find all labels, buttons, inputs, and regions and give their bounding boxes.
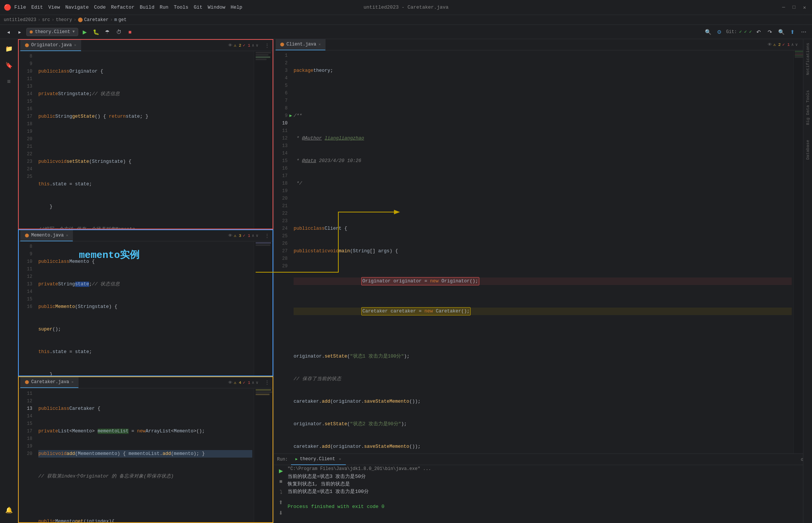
originator-minimap xyxy=(254,51,273,229)
vcs-push-btn[interactable]: ⬆ xyxy=(788,27,797,36)
stop-btn[interactable]: ■ xyxy=(126,27,135,36)
restore-layout-btn[interactable]: ⤵ xyxy=(277,488,285,496)
memento-actions: 👁 ⚠ 3 ✓ 1 ∧ ∨ xyxy=(228,233,261,238)
menu-window[interactable]: Window xyxy=(208,5,226,10)
memento-more-btn[interactable]: ⋮ xyxy=(261,233,273,239)
menu-help[interactable]: Help xyxy=(230,5,242,10)
caret-down-icon[interactable]: ∨ xyxy=(256,233,258,238)
eye-icon: 👁 xyxy=(228,380,232,385)
run-btn[interactable]: ▶ xyxy=(80,27,89,36)
caretaker-code-text[interactable]: public class Caretaker { private List<Me… xyxy=(35,388,254,522)
menu-tools[interactable]: Tools xyxy=(174,5,188,10)
run-panel: Run: ▶ theory.Client ✕ ⚙ ✕ xyxy=(274,453,812,523)
menu-view[interactable]: View xyxy=(48,5,60,10)
bookmark-icon[interactable]: 🔖 xyxy=(2,59,16,72)
run-config-selector[interactable]: theory.Client ▼ xyxy=(26,28,78,36)
run-tab-client[interactable]: ▶ theory.Client ✕ xyxy=(291,454,346,465)
run-again-btn[interactable]: ▶ xyxy=(277,467,285,475)
run-config-label: theory.Client xyxy=(35,29,70,35)
back-btn[interactable]: ◂ xyxy=(4,27,13,36)
code-line: super(); xyxy=(38,326,252,333)
originator-tab[interactable]: ⬤ Originator.java ✕ xyxy=(20,40,81,51)
memento-tab[interactable]: ⬤ Memento.java ✕ xyxy=(20,230,73,241)
profile-btn[interactable]: ⏱ xyxy=(114,27,123,36)
client-tab[interactable]: ⬤ Client.java ✕ xyxy=(276,39,326,50)
menu-edit[interactable]: Edit xyxy=(31,5,43,10)
caret-up-icon[interactable]: ∧ xyxy=(252,43,255,48)
settings-btn[interactable]: ⚙ xyxy=(715,27,724,36)
forward-btn[interactable]: ▸ xyxy=(15,27,24,36)
git-label: Git: xyxy=(726,29,737,35)
originator-close-btn[interactable]: ✕ xyxy=(74,43,76,47)
run-tab-close[interactable]: ✕ xyxy=(339,457,341,461)
minimize-btn[interactable]: ─ xyxy=(780,5,788,10)
notifications-icon[interactable]: 🔔 xyxy=(2,503,16,517)
run-with-coverage-btn[interactable]: ☂ xyxy=(103,27,112,36)
breadcrumb-caretaker[interactable]: Caretaker xyxy=(84,17,109,23)
menu-run[interactable]: Run xyxy=(160,5,168,10)
breadcrumb-src[interactable]: src xyxy=(42,17,50,23)
menu-build[interactable]: Build xyxy=(140,5,155,10)
caretaker-tab[interactable]: ⬤ Caretaker.java ✕ xyxy=(20,377,79,388)
caret-up-icon[interactable]: ∧ xyxy=(791,42,794,47)
caret-down-icon[interactable]: ∨ xyxy=(256,380,258,385)
caretaker-tab-icon: ⬤ xyxy=(25,380,29,384)
run-config-dot xyxy=(30,30,33,33)
memento-code: 8 9 10 11 12 13 14 15 16 public class Me… xyxy=(19,241,273,375)
caretaker-close-btn[interactable]: ✕ xyxy=(71,380,74,384)
client-close-btn[interactable]: ✕ xyxy=(318,42,321,47)
originator-tab-label: Originator.java xyxy=(31,42,72,48)
caret-down-icon[interactable]: ∨ xyxy=(795,42,798,47)
database-label[interactable]: Database xyxy=(806,140,810,160)
menu-git[interactable]: Git xyxy=(194,5,202,10)
caret-down-icon[interactable]: ∨ xyxy=(256,43,258,48)
scroll-top-btn[interactable]: ⬆ xyxy=(277,498,285,506)
menu-file[interactable]: File xyxy=(14,5,26,10)
code-line: } xyxy=(38,371,252,375)
memento-tabs: ⬤ Memento.java ✕ 👁 ⚠ 3 ✓ 1 ∧ ∨ ⋮ xyxy=(19,230,273,241)
editor-split: ⬤ Originator.java ✕ 👁 ⚠ 2 ✓ 1 ∧ ∨ ⋮ xyxy=(18,39,812,523)
menu-bar: File Edit View Navigate Code Refactor Bu… xyxy=(14,5,242,10)
close-btn[interactable]: ✕ xyxy=(801,5,808,11)
undo-btn[interactable]: ↶ xyxy=(754,27,763,36)
output-line xyxy=(288,495,812,503)
big-data-label[interactable]: Big Data Tools xyxy=(806,90,810,125)
project-icon[interactable]: 📁 xyxy=(2,42,16,56)
redo-btn[interactable]: ↷ xyxy=(765,27,774,36)
run-output: "C:\Program Files\Java\jdk1.8.0_201\bin\… xyxy=(288,465,812,517)
breadcrumb-theory[interactable]: theory xyxy=(56,17,72,23)
client-code-text[interactable]: package theory; /** * @Author liangliang… xyxy=(291,50,793,453)
code-line: public String getState() { return state;… xyxy=(38,113,252,120)
code-line xyxy=(294,89,792,97)
search-btn[interactable]: 🔍 xyxy=(777,27,786,36)
code-line: Caretaker caretaker = new Caretaker(); xyxy=(294,308,792,315)
code-line: caretaker.add(originator.saveStateMement… xyxy=(294,398,792,405)
memento-close-btn[interactable]: ✕ xyxy=(66,233,68,238)
code-line xyxy=(294,202,792,210)
debug-btn[interactable]: 🐛 xyxy=(92,27,101,36)
breadcrumb-get[interactable]: get xyxy=(118,17,127,23)
run-tab-label: theory.Client xyxy=(300,456,335,462)
menu-code[interactable]: Code xyxy=(94,5,106,10)
notifications-label[interactable]: Notifications xyxy=(806,43,810,75)
menu-refactor[interactable]: Refactor xyxy=(111,5,134,10)
search-everywhere-btn[interactable]: 🔍 xyxy=(703,27,712,36)
menu-navigate[interactable]: Navigate xyxy=(65,5,89,10)
structure-icon[interactable]: ≡ xyxy=(2,75,16,89)
originator-code-text[interactable]: public class Originator { private String… xyxy=(35,51,254,229)
caret-up-icon[interactable]: ∧ xyxy=(252,233,255,238)
code-line: public class Memento { xyxy=(38,258,252,265)
caret-up-icon[interactable]: ∧ xyxy=(252,380,255,385)
more-btn[interactable]: ⋯ xyxy=(799,27,808,36)
maximize-btn[interactable]: □ xyxy=(790,5,798,10)
originator-more-btn[interactable]: ⋮ xyxy=(261,42,273,49)
eye-icon: 👁 xyxy=(228,233,232,238)
memento-code-text[interactable]: public class Memento { private String st… xyxy=(35,241,254,375)
caretaker-minimap xyxy=(254,388,273,522)
client-warnings: ⚠ 2 xyxy=(773,42,781,47)
breadcrumb-project[interactable]: untitled2023 xyxy=(4,17,36,23)
client-actions: 👁 ⚠ 2 ✓ 1 ∧ ∨ xyxy=(768,42,801,47)
caretaker-more-btn[interactable]: ⋮ xyxy=(261,379,273,385)
scroll-bottom-btn[interactable]: ⬇ xyxy=(277,509,285,517)
stop-run-btn[interactable]: ■ xyxy=(277,477,285,485)
